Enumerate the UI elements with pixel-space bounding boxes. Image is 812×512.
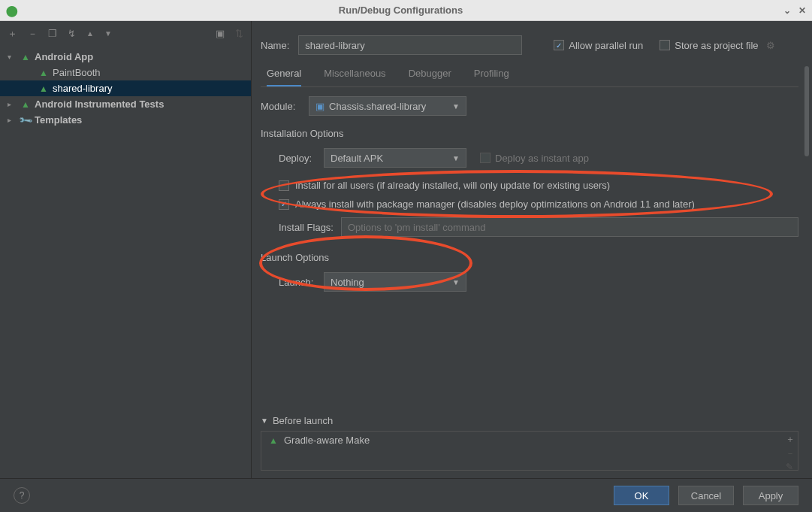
- allow-parallel-label: Allow parallel run: [569, 40, 643, 51]
- edit-icon[interactable]: ✎: [786, 462, 795, 472]
- before-launch-item-label: Gradle-aware Make: [284, 435, 370, 446]
- titlebar: ⬤ Run/Debug Configurations ⌄ ✕: [0, 0, 812, 21]
- always-pm-checkbox[interactable]: [279, 199, 289, 210]
- tree-paintbooth[interactable]: ▲ PaintBooth: [0, 65, 251, 80]
- before-launch-header[interactable]: ▼ Before launch: [261, 412, 798, 432]
- chevron-right-icon[interactable]: ▸: [8, 116, 17, 124]
- all-users-checkbox[interactable]: [279, 180, 289, 191]
- sidebar: ＋ － ❐ ↯ ▲ ▼ ▣ ⇅ ▾ ▲ Android App ▲ PaintB…: [0, 21, 252, 478]
- install-flags-input[interactable]: [341, 217, 798, 237]
- module-value: Chassis.shared-library: [329, 101, 426, 112]
- gear-icon[interactable]: ⚙: [766, 40, 775, 51]
- tabs: General Miscellaneous Debugger Profiling: [261, 65, 798, 87]
- tree-shared-library[interactable]: ▲ shared-library: [0, 80, 251, 96]
- window-title: Run/Debug Configurations: [18, 5, 783, 16]
- deploy-value: Default APK: [331, 153, 383, 164]
- chevron-down-icon: ▼: [452, 154, 460, 162]
- launch-value: Nothing: [331, 277, 364, 288]
- instant-app-checkbox: [480, 153, 491, 163]
- module-select[interactable]: ▣ Chassis.shared-library ▼: [309, 96, 466, 116]
- apply-button[interactable]: Apply: [743, 486, 798, 505]
- launch-section-title: Launch Options: [261, 252, 798, 263]
- store-project-label: Store as project file: [675, 40, 758, 51]
- app-icon: ⬤: [6, 5, 18, 17]
- install-flags-label: Install Flags:: [279, 222, 334, 233]
- move-down-icon[interactable]: ▼: [104, 29, 112, 38]
- before-launch-list: ▲ Gradle-aware Make ＋ － ✎: [261, 432, 798, 471]
- android-icon: ▲: [20, 99, 32, 110]
- scrollbar[interactable]: [803, 66, 810, 471]
- store-project-checkbox[interactable]: [660, 40, 670, 50]
- instant-app-label: Deploy as instant app: [495, 153, 589, 164]
- before-launch-item[interactable]: ▲ Gradle-aware Make: [261, 432, 798, 449]
- cancel-button[interactable]: Cancel: [678, 486, 734, 505]
- tab-general[interactable]: General: [267, 68, 301, 86]
- chevron-right-icon[interactable]: ▸: [8, 100, 17, 108]
- install-section-title: Installation Options: [261, 128, 798, 139]
- sort-icon[interactable]: ⇅: [235, 28, 243, 39]
- copy-icon[interactable]: ❐: [48, 28, 57, 39]
- name-label: Name:: [261, 40, 289, 51]
- close-icon[interactable]: ✕: [798, 5, 806, 16]
- wrench-icon[interactable]: ↯: [68, 28, 76, 39]
- wrench-icon: 🔧: [17, 112, 33, 128]
- module-icon: ▣: [315, 101, 324, 112]
- remove-icon[interactable]: －: [28, 27, 38, 41]
- help-button[interactable]: ?: [14, 487, 30, 504]
- config-tree: ▾ ▲ Android App ▲ PaintBooth ▲ shared-li…: [0, 46, 251, 478]
- launch-select[interactable]: Nothing ▼: [324, 272, 466, 292]
- folder-icon[interactable]: ▣: [216, 28, 225, 39]
- launch-label: Launch:: [279, 277, 324, 288]
- ok-button[interactable]: OK: [614, 486, 669, 505]
- all-users-label: Install for all users (if already instal…: [295, 180, 610, 191]
- deploy-select[interactable]: Default APK ▼: [324, 148, 466, 168]
- always-pm-label: Always install with package manager (dis…: [295, 198, 695, 210]
- before-launch-title: Before launch: [273, 415, 333, 426]
- name-input[interactable]: [298, 35, 522, 55]
- remove-icon[interactable]: －: [786, 447, 795, 460]
- content-pane: Name: Allow parallel run Store as projec…: [252, 21, 812, 478]
- module-label: Module:: [261, 101, 309, 112]
- chevron-down-icon[interactable]: ▾: [8, 53, 17, 61]
- tab-miscellaneous[interactable]: Miscellaneous: [324, 68, 385, 86]
- chevron-down-icon: ▼: [261, 417, 268, 425]
- add-icon[interactable]: ＋: [8, 27, 17, 41]
- chevron-down-icon: ▼: [452, 102, 460, 111]
- tree-templates[interactable]: ▸ 🔧 Templates: [0, 112, 251, 128]
- android-icon: ▲: [267, 435, 279, 446]
- tab-profiling[interactable]: Profiling: [474, 68, 509, 86]
- android-icon: ▲: [38, 68, 50, 78]
- tab-debugger[interactable]: Debugger: [409, 68, 451, 86]
- chevron-down-icon: ▼: [452, 278, 460, 286]
- add-icon[interactable]: ＋: [786, 433, 795, 446]
- move-up-icon[interactable]: ▲: [86, 29, 94, 38]
- allow-parallel-checkbox[interactable]: [554, 40, 564, 50]
- deploy-label: Deploy:: [279, 153, 324, 164]
- android-icon: ▲: [38, 83, 50, 94]
- tree-instrumented-tests[interactable]: ▸ ▲ Android Instrumented Tests: [0, 96, 251, 112]
- minimize-icon[interactable]: ⌄: [783, 5, 791, 16]
- footer: ? OK Cancel Apply: [0, 478, 812, 512]
- android-icon: ▲: [20, 52, 32, 62]
- tree-android-app[interactable]: ▾ ▲ Android App: [0, 49, 251, 65]
- config-toolbar: ＋ － ❐ ↯ ▲ ▼ ▣ ⇅: [0, 21, 251, 46]
